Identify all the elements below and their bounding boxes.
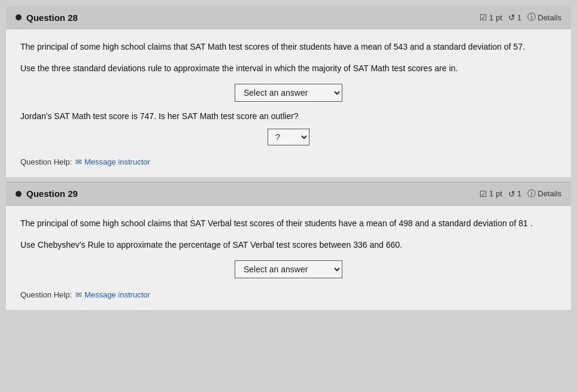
question-29-message-label: Message instructor	[84, 290, 150, 299]
question-28-sub-dropdown-row: ?	[20, 129, 557, 145]
question-29-meta: ☑ 1 pt ↺ 1 ⓘ Details	[479, 189, 561, 199]
envelope-icon-q29: ✉	[75, 290, 82, 299]
question-29-answer-select[interactable]: Select an answer	[235, 260, 342, 278]
question-28-retries: ↺ 1	[508, 13, 521, 22]
question-29-retries: ↺ 1	[508, 189, 521, 199]
question-28-label: Question 28	[26, 13, 78, 23]
question-28-points: ☑ 1 pt	[479, 13, 502, 22]
retry-icon-q29: ↺	[508, 189, 515, 199]
info-icon-q29: ⓘ	[527, 189, 536, 199]
question-28-answer-select[interactable]: Select an answer	[235, 84, 342, 102]
question-28-help: Question Help: ✉ Message instructor	[20, 154, 557, 169]
page-container: Question 28 ☑ 1 pt ↺ 1 ⓘ Details The pri…	[6, 6, 571, 315]
info-icon: ⓘ	[527, 12, 536, 23]
question-28-sub-answer-select[interactable]: ?	[268, 129, 309, 145]
question-28-header: Question 28 ☑ 1 pt ↺ 1 ⓘ Details	[6, 6, 571, 29]
envelope-icon-q28: ✉	[75, 157, 82, 166]
question-28-dropdown-row: Select an answer	[20, 84, 557, 102]
question-29-details[interactable]: ⓘ Details	[527, 189, 561, 199]
question-29-dropdown-row: Select an answer	[20, 260, 557, 278]
question-28-body: The principal of some high school claims…	[6, 29, 571, 177]
question-29-title: Question 29	[16, 189, 78, 199]
question-28-title: Question 28	[16, 13, 78, 23]
question-28-message-label: Message instructor	[84, 157, 150, 166]
question-28-sub-question: Jordan's SAT Math test score is 747. Is …	[20, 110, 557, 123]
question-29-message-link[interactable]: ✉ Message instructor	[75, 290, 150, 299]
question-28-meta: ☑ 1 pt ↺ 1 ⓘ Details	[479, 12, 561, 23]
question-29-text-2: Use Chebyshev's Rule to approximate the …	[20, 238, 557, 251]
question-29-points: ☑ 1 pt	[479, 189, 502, 199]
question-28-text-2: Use the three standard deviations rule t…	[20, 62, 557, 75]
retry-icon: ↺	[508, 13, 515, 22]
question-28-details[interactable]: ⓘ Details	[527, 12, 561, 23]
checkbox-icon: ☑	[479, 13, 487, 22]
question-29-text-1: The principal of some high school claims…	[20, 217, 557, 230]
question-29-body: The principal of some high school claims…	[6, 206, 571, 310]
question-28-message-link[interactable]: ✉ Message instructor	[75, 157, 150, 166]
question-28-block: Question 28 ☑ 1 pt ↺ 1 ⓘ Details The pri…	[6, 6, 571, 177]
question-28-text-1: The principal of some high school claims…	[20, 40, 557, 53]
question-29-label: Question 29	[26, 189, 78, 199]
question-29-dot	[16, 191, 22, 197]
question-28-help-label: Question Help:	[20, 157, 72, 166]
question-29-header: Question 29 ☑ 1 pt ↺ 1 ⓘ Details	[6, 183, 571, 206]
question-29-help: Question Help: ✉ Message instructor	[20, 287, 557, 302]
checkbox-icon-q29: ☑	[479, 189, 487, 199]
question-29-block: Question 29 ☑ 1 pt ↺ 1 ⓘ Details The pri…	[6, 183, 571, 310]
question-28-dot	[16, 14, 22, 20]
question-29-help-label: Question Help:	[20, 290, 72, 299]
